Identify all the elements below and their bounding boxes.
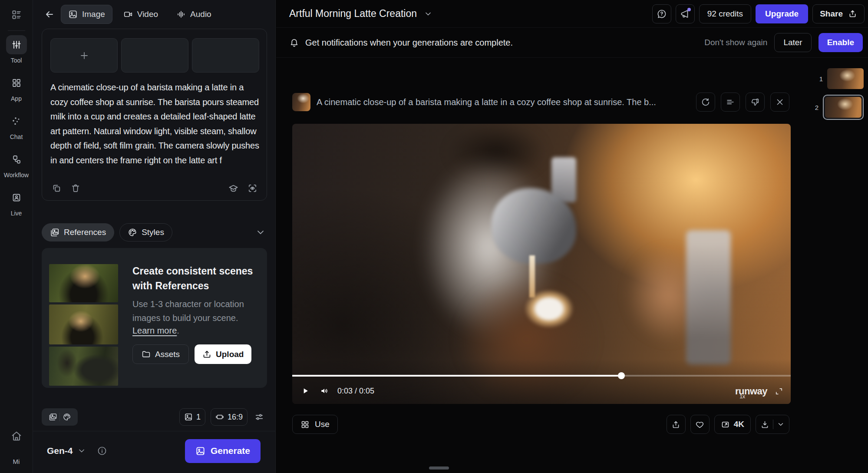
- collapse-section-button[interactable]: [254, 226, 267, 238]
- sessions-icon: [11, 9, 22, 20]
- rail-bottom: Mi: [7, 421, 26, 473]
- dislike-button[interactable]: [746, 93, 765, 112]
- sidebar-item-app[interactable]: App: [6, 73, 27, 102]
- generation-thumbnail[interactable]: [292, 93, 310, 111]
- promo-title: Create consistent scenes with References: [132, 264, 257, 293]
- upscale-4k-button[interactable]: 4K: [714, 415, 751, 434]
- history-thumbnail[interactable]: [825, 97, 861, 118]
- image-stack-icon: [50, 228, 59, 237]
- seek-bar[interactable]: [292, 375, 791, 377]
- sidebar-item-live[interactable]: Live: [6, 188, 27, 217]
- style-toggle[interactable]: [60, 411, 73, 423]
- learn-more-link[interactable]: Learn more: [132, 326, 177, 336]
- sidebar-item-chat[interactable]: Chat: [6, 112, 27, 140]
- image-count-button[interactable]: 1: [179, 408, 205, 426]
- home-icon: [10, 430, 23, 442]
- video-scene: [524, 289, 574, 328]
- player-right-controls: runway 1x: [735, 386, 785, 397]
- add-reference-slot[interactable]: [50, 38, 118, 73]
- announcements-button[interactable]: [676, 4, 695, 23]
- help-button[interactable]: [652, 4, 671, 23]
- aspect-ratio-button[interactable]: 16:9: [211, 408, 248, 426]
- delete-prompt-button[interactable]: [69, 182, 82, 194]
- favorite-button[interactable]: [690, 415, 710, 434]
- prompt-input[interactable]: A cinematic close-up of a barista making…: [50, 80, 261, 170]
- close-generation-button[interactable]: [770, 93, 789, 112]
- enhance-prompt-button[interactable]: [246, 182, 258, 194]
- share-button[interactable]: Share: [812, 4, 865, 23]
- main-header: Artful Morning Latte Creation: [276, 0, 868, 28]
- video-scene: [626, 247, 711, 342]
- references-tab[interactable]: References: [42, 223, 114, 241]
- model-select[interactable]: Gen-4: [47, 446, 86, 456]
- user-avatar[interactable]: Mi: [13, 458, 20, 465]
- prompt-tips-button[interactable]: [227, 182, 239, 194]
- notification-message: Get notifications when your generations …: [305, 38, 513, 48]
- resize-drag-handle[interactable]: [429, 466, 449, 470]
- upscale-icon: [721, 420, 730, 429]
- dont-show-again-button[interactable]: Don't show again: [704, 38, 767, 47]
- upgrade-button[interactable]: Upgrade: [756, 4, 808, 23]
- upload-button[interactable]: Upload: [195, 344, 251, 364]
- history-thumbnail[interactable]: [827, 68, 864, 89]
- play-button[interactable]: [299, 385, 311, 397]
- seek-handle[interactable]: [618, 372, 625, 379]
- home-button[interactable]: [7, 427, 26, 446]
- live-person-card-icon: [6, 188, 27, 207]
- use-button[interactable]: Use: [292, 415, 338, 434]
- promo-image-2: [49, 304, 118, 344]
- empty-reference-slot[interactable]: [121, 38, 188, 73]
- generation-actions: [696, 93, 789, 112]
- share-icon: [671, 420, 680, 429]
- nav-rail: Tool App Chat: [0, 0, 33, 473]
- sidebar-item-tool[interactable]: Tool: [6, 35, 27, 64]
- empty-reference-slot[interactable]: [192, 38, 259, 73]
- sessions-button[interactable]: [7, 5, 26, 24]
- tab-image[interactable]: Image: [61, 5, 112, 24]
- export-button[interactable]: [667, 415, 686, 434]
- playback-speed: 1x: [739, 393, 745, 400]
- credits-button[interactable]: 92 credits: [699, 4, 751, 23]
- chevron-down-icon: [255, 227, 266, 238]
- tab-video[interactable]: Video: [116, 5, 165, 24]
- sidebar-item-label: App: [11, 95, 22, 102]
- copy-prompt-button[interactable]: [50, 182, 63, 194]
- history-item-2[interactable]: 2: [815, 95, 864, 120]
- back-button[interactable]: [42, 7, 57, 22]
- model-info-button[interactable]: [96, 444, 109, 457]
- download-icon: [760, 420, 769, 429]
- upgrade-label: Upgrade: [765, 9, 799, 19]
- prompt-details-button[interactable]: [721, 93, 740, 112]
- generate-button[interactable]: Generate: [185, 439, 261, 463]
- tab-audio[interactable]: Audio: [169, 5, 219, 24]
- regenerate-button[interactable]: [696, 93, 715, 112]
- credits-label: 92 credits: [707, 9, 743, 19]
- video-camera-icon: [123, 10, 133, 19]
- app-root: Tool App Chat: [0, 0, 868, 473]
- fullscreen-button[interactable]: [773, 386, 785, 397]
- palette-icon: [128, 228, 137, 237]
- enable-button[interactable]: Enable: [818, 33, 863, 52]
- promo-buttons: Assets Upload: [132, 344, 257, 364]
- sidebar-item-workflow[interactable]: Workflow: [4, 150, 29, 179]
- mute-button[interactable]: [318, 385, 330, 397]
- styles-tab-label: Styles: [142, 228, 164, 237]
- later-button[interactable]: Later: [774, 33, 811, 52]
- playback-time: 0:03 / 0:05: [337, 387, 374, 396]
- download-button[interactable]: [756, 415, 789, 434]
- image-stack-icon: [49, 413, 57, 421]
- assets-button[interactable]: Assets: [132, 344, 189, 364]
- video-player[interactable]: 0:03 / 0:05 runway 1x: [292, 124, 791, 404]
- history-item-1[interactable]: 1: [819, 68, 864, 89]
- generation-stage: A cinematic close-up of a barista making…: [276, 58, 868, 473]
- styles-tab[interactable]: Styles: [119, 223, 172, 241]
- session-title-dropdown[interactable]: Artful Morning Latte Creation: [289, 8, 432, 20]
- main-area: Artful Morning Latte Creation: [276, 0, 868, 473]
- image-reference-toggle[interactable]: [46, 411, 59, 423]
- tab-label: Audio: [190, 10, 211, 19]
- advanced-settings-button[interactable]: [252, 408, 267, 426]
- generate-button-label: Generate: [211, 446, 250, 456]
- sidebar-item-label: Tool: [11, 57, 22, 64]
- chevron-down-icon[interactable]: [777, 420, 785, 428]
- promo-content: Create consistent scenes with References…: [132, 264, 257, 364]
